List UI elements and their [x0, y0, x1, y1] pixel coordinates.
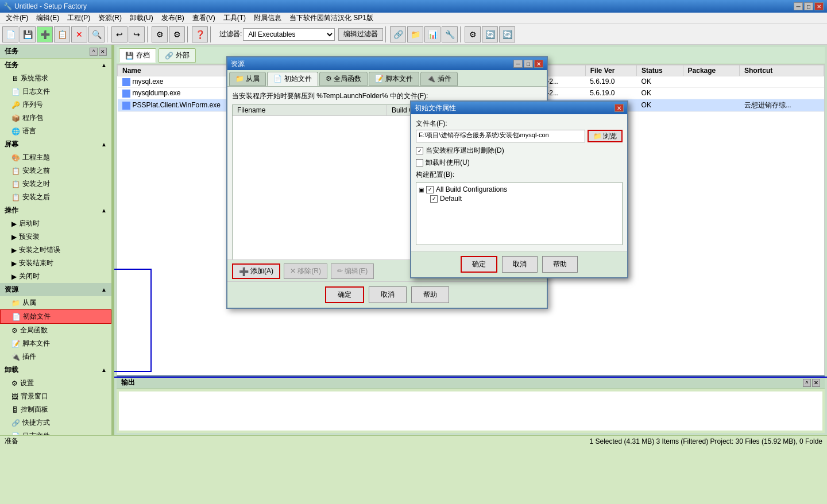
output-close[interactable]: ✕	[812, 379, 820, 387]
sidebar-item-plugins[interactable]: 🔌 插件	[0, 350, 111, 363]
tab-global-func[interactable]: ⚙ 全局函数	[319, 72, 368, 86]
menu-edit[interactable]: 编辑(E)	[33, 13, 63, 24]
tb-extra1[interactable]: 🔗	[390, 26, 406, 42]
sidebar-scroll: 任务 ▲ 🖥 系统需求 📄 日志文件 🔑 序列号 📦 程序包 🌐 语言	[0, 59, 111, 435]
tree-child-check[interactable]	[430, 195, 438, 203]
file-prop-close[interactable]: ✕	[615, 104, 624, 112]
sidebar-item-theme[interactable]: 🎨 工程主题	[0, 151, 111, 164]
col-status: Status	[637, 65, 683, 76]
tb-save[interactable]: 💾	[20, 26, 36, 42]
sidebar-item-sysreq[interactable]: 🖥 系统需求	[0, 72, 111, 85]
section-screen[interactable]: 屏幕 ▲	[0, 138, 111, 151]
tree-child-item[interactable]: Default	[430, 194, 620, 203]
tb-delete[interactable]: ✕	[71, 26, 87, 42]
tab-external[interactable]: 🔗 外部	[159, 48, 196, 63]
tb-settings2[interactable]: ⚙	[169, 26, 185, 42]
menu-file[interactable]: 文件(F)	[2, 13, 32, 24]
file-prop-dialog[interactable]: 初始文件属性 ✕ 文件名(F): E:\项目\进销存综合服务系统\安装包\mys…	[410, 100, 628, 278]
resource-dialog-close[interactable]: ✕	[534, 60, 543, 68]
tb-search[interactable]: 🔍	[88, 26, 105, 42]
sidebar-item-bgwin[interactable]: 🖼 背景窗口	[0, 390, 111, 403]
sidebar-item-control[interactable]: 🎛 控制面板	[0, 403, 111, 416]
sidebar-item-scripts[interactable]: 📝 脚本文件	[0, 337, 111, 350]
sidebar-item-startup[interactable]: ▶ 启动时	[0, 217, 111, 230]
add-button[interactable]: ➕ 添加(A)	[232, 263, 280, 279]
section-resource[interactable]: 资源 ▲	[0, 283, 111, 296]
tb-settings[interactable]: ⚙	[152, 26, 168, 42]
check1-box[interactable]	[416, 147, 423, 154]
resource-dialog-maximize[interactable]: □	[524, 60, 533, 68]
tree-expand-icon[interactable]: ▣	[419, 187, 424, 193]
tb-copy[interactable]: 📋	[54, 26, 70, 42]
sidebar-item-settings[interactable]: ⚙ 设置	[0, 377, 111, 390]
sidebar-item-before[interactable]: 📋 安装之前	[0, 164, 111, 177]
sidebar-item-installerror[interactable]: ▶ 安装之时错误	[0, 243, 111, 257]
menu-project[interactable]: 工程(P)	[64, 13, 94, 24]
tab-dependency[interactable]: 📁 从属	[229, 72, 266, 86]
menu-tools[interactable]: 工具(T)	[220, 13, 249, 24]
file-prop-help-button[interactable]: 帮助	[542, 256, 578, 273]
tb-extra2[interactable]: 📁	[407, 26, 423, 42]
section-uninstall[interactable]: 卸载 ▲	[0, 363, 111, 377]
menu-publish[interactable]: 发布(B)	[158, 13, 188, 24]
sidebar-item-from[interactable]: 📁 从属	[0, 296, 111, 309]
file-prop-ok-button[interactable]: 确定	[461, 256, 497, 273]
file-prop-cancel-button[interactable]: 取消	[502, 256, 538, 273]
resource-dialog-minimize[interactable]: ─	[513, 60, 523, 68]
sidebar-item-after[interactable]: 📋 安装之后	[0, 191, 111, 204]
resource-help-button[interactable]: 帮助	[411, 286, 449, 303]
tree-root-item[interactable]: ▣ All Build Configurations	[419, 185, 620, 194]
section-action[interactable]: 操作 ▲	[0, 204, 111, 217]
file-input[interactable]: E:\项目\进销存综合服务系统\安装包\mysql-con	[416, 130, 585, 142]
tb-extra4[interactable]: 🔧	[442, 26, 458, 42]
sidebar-item-preinstall[interactable]: ▶ 预安装	[0, 230, 111, 243]
sidebar-item-serial[interactable]: 🔑 序列号	[0, 98, 111, 111]
output-collapse[interactable]: ^	[803, 379, 811, 387]
tb-redo[interactable]: ↪	[129, 26, 145, 42]
menu-resource[interactable]: 资源(R)	[95, 13, 125, 24]
sidebar-item-package[interactable]: 📦 程序包	[0, 111, 111, 125]
tb-extra6[interactable]: 🔄	[482, 26, 498, 42]
tab-scripts[interactable]: 📝 脚本文件	[369, 72, 419, 86]
maximize-button[interactable]: □	[804, 2, 813, 10]
tb-extra3[interactable]: 📊	[424, 26, 440, 42]
menu-about[interactable]: 附属信息	[250, 13, 285, 24]
menu-view[interactable]: 查看(V)	[189, 13, 219, 24]
sidebar-close[interactable]: ✕	[99, 48, 107, 56]
menu-uninstall[interactable]: 卸载(U)	[126, 13, 157, 24]
tb-help[interactable]: ❓	[192, 26, 208, 42]
check2-box[interactable]	[416, 159, 423, 166]
sidebar-item-log[interactable]: 📄 日志文件	[0, 85, 111, 98]
tb-add[interactable]: ➕	[37, 26, 53, 42]
sidebar-item-global-func[interactable]: ⚙ 全局函数	[0, 324, 111, 337]
sidebar-item-during[interactable]: 📋 安装之时	[0, 177, 111, 191]
filter-select[interactable]: All Executables	[243, 28, 335, 41]
sidebar-item-language[interactable]: 🌐 语言	[0, 125, 111, 138]
cell-filever: 5.6.19.0	[585, 87, 636, 99]
sidebar-item-shortcut[interactable]: 🔗 快捷方式	[0, 416, 111, 429]
resource-cancel-button[interactable]: 取消	[369, 286, 407, 303]
edit-button[interactable]: ✏ 编辑(E)	[331, 263, 374, 279]
browse-button[interactable]: 📁 浏览	[588, 130, 623, 142]
sidebar-item-close[interactable]: ▶ 关闭时	[0, 270, 111, 283]
sidebar-item-installend[interactable]: ▶ 安装结束时	[0, 257, 111, 270]
filter-edit-button[interactable]: 编辑过滤器	[338, 28, 383, 41]
tab-startup-files[interactable]: 📄 初始文件	[267, 72, 318, 86]
tb-extra7[interactable]: 🔄	[499, 26, 515, 42]
sidebar-collapse[interactable]: ^	[90, 48, 98, 56]
tab-plugins[interactable]: 🔌 插件	[420, 72, 457, 86]
close-button[interactable]: ✕	[814, 2, 824, 10]
tb-new[interactable]: 📄	[2, 26, 18, 42]
sidebar-item-startup-files[interactable]: 📄 初始文件	[0, 309, 111, 324]
tab-archive[interactable]: 💾 存档	[119, 48, 156, 63]
tb-undo[interactable]: ↩	[111, 26, 127, 42]
shortcut-icon: 🔗	[11, 419, 20, 427]
section-task[interactable]: 任务 ▲	[0, 59, 111, 72]
remove-button[interactable]: ✕ 移除(R)	[284, 263, 327, 279]
minimize-button[interactable]: ─	[794, 2, 803, 10]
tree-root-check[interactable]	[426, 186, 434, 193]
tb-extra5[interactable]: ⚙	[465, 26, 481, 42]
sidebar-item-log2[interactable]: 📄 日志文件	[0, 429, 111, 435]
resource-ok-button[interactable]: 确定	[325, 286, 364, 303]
menu-localize[interactable]: 当下软件园简洁汉化 SP1版	[286, 13, 377, 24]
